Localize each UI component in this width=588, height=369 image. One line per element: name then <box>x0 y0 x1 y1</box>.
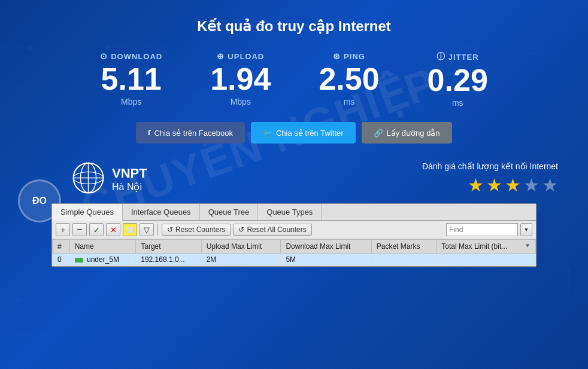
remove-icon: − <box>77 224 82 235</box>
col-packet-marks: Packet Marks <box>371 240 437 254</box>
ping-icon: ⊛ <box>333 51 341 61</box>
svg-point-5 <box>567 267 571 271</box>
cell-total-max <box>437 254 536 266</box>
reset-all-counters-button[interactable]: ↺ Reset All Counters <box>233 224 311 236</box>
tab-queue-tree[interactable]: Queue Tree <box>200 204 259 220</box>
col-name: Name <box>69 240 136 254</box>
tab-simple-queues[interactable]: Simple Queues <box>52 204 123 221</box>
twitter-share-button[interactable]: 🐦 Chia sẻ trên Twitter <box>251 122 356 144</box>
cell-target: 192.168.1.0... <box>136 254 201 266</box>
jitter-label: JITTER <box>448 53 479 62</box>
reset-all-counters-label: Reset All Counters <box>247 225 306 234</box>
rating-title: Đánh giá chất lượng kết nối Internet <box>422 161 558 171</box>
queue-table: # Name Target Upload Max Limit Download … <box>52 239 536 266</box>
twitter-icon: 🐦 <box>263 129 272 138</box>
copy-button[interactable]: ⬜ <box>123 223 137 236</box>
tab-queue-types[interactable]: Queue Types <box>258 204 322 220</box>
jitter-icon: ⓘ <box>437 51 445 62</box>
globe-icon <box>72 161 105 197</box>
checkmark-icon: ✓ <box>93 225 100 234</box>
download-unit: Mbps <box>121 97 141 106</box>
separator-1 <box>157 224 158 236</box>
jitter-unit: ms <box>452 98 463 108</box>
tab-interface-queues[interactable]: Interface Queues <box>123 204 200 220</box>
col-total-max: Total Max Limit (bit... ▼ <box>437 240 536 254</box>
col-download-max: Download Max Limit <box>281 240 371 254</box>
facebook-share-button[interactable]: 𝐟 Chia sẻ trên Facebook <box>136 122 245 144</box>
col-upload-max: Upload Max Limit <box>201 240 281 254</box>
metric-download: ⊙ DOWNLOAD 5.11 Mbps <box>100 51 162 108</box>
tabs-row: Simple Queues Interface Queues Queue Tre… <box>52 204 536 221</box>
star-4: ★ <box>523 175 539 196</box>
stars: ★ ★ ★ ★ ★ <box>468 175 558 196</box>
get-link-button[interactable]: 🔗 Lấy đường dẫn <box>362 122 452 144</box>
page-title: Kết quả đo truy cập Internet <box>197 18 391 35</box>
metric-ping: ⊛ PING 2.50 ms <box>319 51 379 108</box>
queue-panel: Simple Queues Interface Queues Queue Tre… <box>18 203 570 267</box>
star-5: ★ <box>542 175 558 196</box>
link-label: Lấy đường dẫn <box>387 129 440 138</box>
jitter-value: 0.29 <box>428 65 488 96</box>
isp-location: Hà Nội <box>112 181 147 193</box>
download-value: 5.11 <box>101 63 162 94</box>
do-label: ĐO <box>32 196 47 206</box>
toolbar: + − ✓ ✕ ⬜ ▽ <box>52 221 536 239</box>
metric-jitter: ⓘ JITTER 0.29 ms <box>428 51 488 108</box>
add-button[interactable]: + <box>56 223 70 236</box>
cell-upload-max: 2M <box>201 254 281 266</box>
ping-value: 2.50 <box>319 63 379 94</box>
metric-upload: ⊕ UPLOAD 1.94 Mbps <box>210 51 271 108</box>
upload-unit: Mbps <box>231 97 251 106</box>
download-label: DOWNLOAD <box>111 52 162 61</box>
reset-counters-label: Reset Counters <box>175 225 225 234</box>
upload-icon: ⊕ <box>217 51 225 61</box>
link-icon: 🔗 <box>374 129 383 138</box>
copy-icon: ⬜ <box>126 227 134 233</box>
cell-num: 0 <box>53 254 70 266</box>
reset-counters-button[interactable]: ↺ Reset Counters <box>162 224 231 236</box>
twitter-label: Chia sẻ trên Twitter <box>276 129 344 138</box>
upload-value: 1.94 <box>210 63 271 94</box>
filter-button[interactable]: ▽ <box>140 223 154 236</box>
table-header-row: # Name Target Upload Max Limit Download … <box>53 240 536 254</box>
isp-info: VNPT Hà Nội <box>112 166 147 193</box>
find-input[interactable] <box>446 223 518 236</box>
row-status-indicator <box>75 258 83 263</box>
cell-name: under_5M <box>69 254 136 266</box>
reset-all-icon: ↺ <box>238 225 244 234</box>
ping-unit: ms <box>344 97 355 106</box>
filter-icon: ▽ <box>144 225 150 234</box>
upload-label: UPLOAD <box>228 52 264 61</box>
table-row[interactable]: 0 under_5M 192.168.1.0... 2M 5M <box>53 254 536 266</box>
disable-button[interactable]: ✕ <box>106 223 120 236</box>
enable-button[interactable]: ✓ <box>89 223 104 236</box>
star-3: ★ <box>505 175 521 196</box>
star-1: ★ <box>468 175 484 196</box>
add-icon: + <box>60 225 65 234</box>
chevron-down-icon: ▼ <box>524 227 529 233</box>
cell-download-max: 5M <box>281 254 371 266</box>
col-num: # <box>53 240 70 254</box>
social-buttons: 𝐟 Chia sẻ trên Facebook 🐦 Chia sẻ trên T… <box>136 122 451 144</box>
facebook-label: Chia sẻ trên Facebook <box>154 129 233 138</box>
star-2: ★ <box>486 175 502 196</box>
download-icon: ⊙ <box>100 51 108 61</box>
remove-button[interactable]: − <box>72 223 87 236</box>
facebook-icon: 𝐟 <box>148 128 150 138</box>
rating-section: Đánh giá chất lượng kết nối Internet ★ ★… <box>422 161 558 196</box>
dropdown-button[interactable]: ▼ <box>520 223 532 236</box>
isp-name: VNPT <box>112 166 147 181</box>
ping-label: PING <box>344 52 365 61</box>
cell-packet-marks <box>371 254 437 266</box>
reset-icon: ↺ <box>167 225 173 234</box>
col-target: Target <box>136 240 201 254</box>
cross-icon: ✕ <box>110 225 117 234</box>
svg-point-4 <box>16 297 20 301</box>
col-dropdown-arrow[interactable]: ▼ <box>525 242 531 249</box>
metrics-row: ⊙ DOWNLOAD 5.11 Mbps ⊕ UPLOAD 1.94 Mbps … <box>100 51 488 108</box>
